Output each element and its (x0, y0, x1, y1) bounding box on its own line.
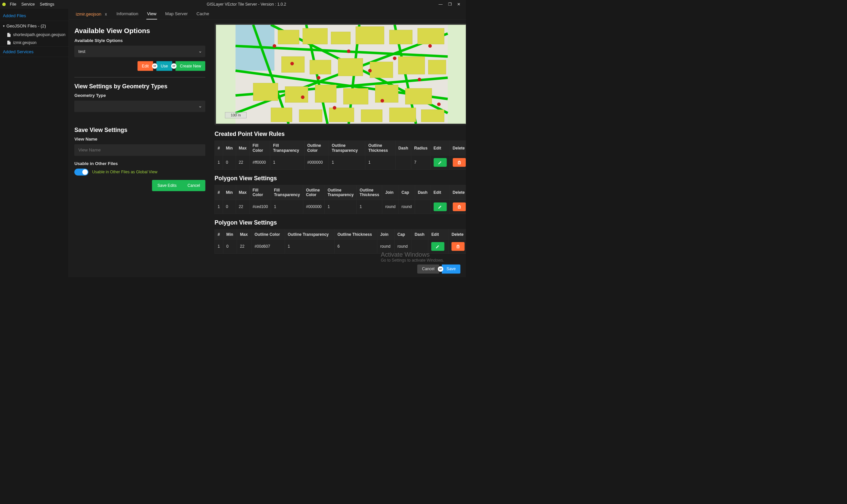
td: 1 (214, 156, 223, 169)
svg-point-36 (273, 44, 276, 48)
use-button[interactable]: Use (157, 61, 172, 71)
th: Min (223, 141, 236, 156)
usable-other-files-label: Usable in Other Files (74, 161, 206, 166)
th: Edit (431, 185, 450, 200)
td: 1 (214, 239, 223, 253)
td: 0 (223, 156, 236, 169)
delete-row-button[interactable] (451, 242, 465, 251)
td: round (382, 200, 398, 214)
td-fill-color: #ff0000 (249, 156, 270, 169)
th: Cap (395, 230, 412, 239)
footer-actions: Cancel or Save (417, 265, 461, 274)
th: Dash (415, 185, 431, 200)
td-outline-color: #000000 (303, 200, 324, 214)
th: Max (237, 230, 252, 239)
save-edits-button[interactable]: Save Edits (152, 180, 182, 191)
close-tab-icon[interactable]: x (105, 12, 107, 16)
view-name-input[interactable] (74, 144, 206, 156)
file-tabs: izmir.geojson x Information View Map Ser… (69, 8, 466, 19)
delete-row-button[interactable] (453, 202, 466, 211)
create-new-button[interactable]: Create New (175, 61, 205, 71)
available-view-options-heading: Available View Options (74, 27, 206, 35)
minimize-icon[interactable]: — (438, 2, 443, 6)
svg-point-26 (290, 62, 294, 66)
td-fill-color: #ced100 (249, 200, 271, 214)
sidebar-added-files[interactable]: Added Files (0, 11, 69, 21)
th: Fill Transparency (271, 185, 303, 200)
geometry-type-label: Geometry Type (74, 93, 206, 98)
th: Min (223, 185, 236, 200)
menu-settings[interactable]: Settings (40, 2, 54, 6)
point-rules-heading: Created Point View Rules (214, 131, 466, 137)
svg-point-28 (347, 50, 350, 53)
th: Outline Color (304, 141, 329, 156)
svg-rect-15 (285, 87, 308, 103)
geometry-heading: View Settings by Geometry Types (74, 83, 206, 90)
delete-row-button[interactable] (453, 158, 466, 167)
usable-toggle[interactable] (74, 169, 89, 176)
close-icon[interactable]: ✕ (457, 2, 461, 6)
chevron-down-icon: ▾ (3, 24, 5, 28)
polygon-settings-heading-2: Polygon View Settings (214, 219, 466, 226)
th: Radius (411, 141, 430, 156)
td: round (398, 200, 415, 214)
map-svg (216, 25, 466, 124)
svg-rect-17 (344, 88, 368, 104)
td: 1 (329, 156, 365, 169)
svg-rect-25 (421, 109, 444, 122)
svg-point-29 (368, 69, 372, 72)
td: 22 (237, 239, 252, 253)
save-cancel-row: Save Edits Cancel (74, 180, 206, 191)
or-badge: or (438, 266, 444, 272)
td: 1 (271, 200, 303, 214)
td-delete (450, 156, 466, 169)
sidebar: Added Files ▾ GeoJSON Files - (2) shorte… (0, 8, 69, 277)
th: # (214, 185, 223, 200)
table-row: 1 0 22 #ced100 1 #000000 1 1 round round (214, 200, 466, 214)
tab-view[interactable]: View (146, 8, 157, 19)
svg-rect-5 (356, 26, 384, 44)
map-preview[interactable]: 100 m (214, 23, 466, 125)
svg-point-33 (333, 106, 336, 110)
edit-row-button[interactable] (431, 242, 445, 251)
maximize-icon[interactable]: ❐ (448, 2, 452, 6)
th: Outline Transparency (284, 230, 334, 239)
usable-toggle-label: Usable in Other Files as Global View (92, 170, 158, 174)
tab-cache[interactable]: Cache (196, 8, 210, 19)
pencil-icon (438, 205, 442, 209)
th: Fill Color (249, 185, 271, 200)
th: Dash (412, 230, 428, 239)
th: Delete (450, 141, 466, 156)
polygon-table-2: # Min Max Outline Color Outline Transpar… (214, 230, 466, 254)
edit-button[interactable]: Edit (137, 61, 153, 71)
left-panel: Available View Options Available Style O… (74, 23, 206, 273)
sidebar-group-geojson[interactable]: ▾ GeoJSON Files - (2) (0, 21, 69, 31)
th: Fill Color (249, 141, 270, 156)
cancel-button[interactable]: Cancel (182, 180, 206, 191)
menu-bar: File Service Settings (10, 2, 54, 6)
file-item[interactable]: izmir.geojson (0, 39, 69, 46)
file-item[interactable]: shortestpath.geojson.geojson (0, 31, 69, 39)
svg-rect-13 (428, 60, 446, 74)
footer-cancel-button[interactable]: Cancel (417, 265, 439, 274)
td: 1 (284, 239, 334, 253)
edit-row-button[interactable] (434, 158, 447, 167)
sidebar-added-services[interactable]: Added Services (0, 46, 69, 57)
footer-save-button[interactable]: Save (442, 265, 461, 274)
svg-point-34 (381, 99, 384, 103)
file-tab[interactable]: izmir.geojson x (72, 12, 110, 17)
menu-service[interactable]: Service (21, 2, 35, 6)
td: 0 (223, 239, 237, 253)
svg-rect-2 (278, 30, 299, 44)
menu-file[interactable]: File (10, 2, 16, 6)
tab-map-server[interactable]: Map Server (165, 8, 189, 19)
style-select[interactable]: test (74, 46, 206, 57)
th: Edit (428, 230, 449, 239)
geometry-type-select[interactable] (74, 101, 206, 112)
th: Max (236, 185, 249, 200)
window-controls: — ❐ ✕ (438, 2, 464, 6)
edit-row-button[interactable] (434, 202, 447, 211)
svg-rect-19 (405, 88, 432, 104)
watermark-line-1: Activate Windows (381, 251, 444, 258)
tab-information[interactable]: Information (116, 8, 139, 19)
